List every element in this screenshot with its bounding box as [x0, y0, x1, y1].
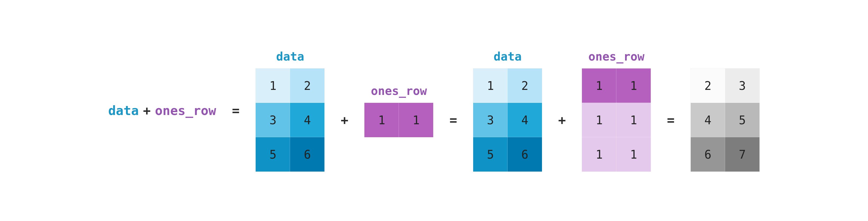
- matrix-cell: 2: [290, 69, 324, 103]
- data-matrix-block-1: data 123456: [255, 49, 325, 172]
- ones-broadcast-matrix: 111111: [582, 68, 651, 172]
- data-title-2: data: [494, 49, 522, 64]
- equals-3: =: [667, 113, 675, 127]
- ones-title-2: ones_row: [588, 49, 644, 64]
- matrix-cell: 6: [507, 137, 542, 172]
- matrix-cell: 4: [290, 103, 324, 137]
- expression-lhs: data + ones_row: [108, 103, 216, 118]
- matrix-cell: 6: [290, 137, 324, 172]
- matrix-cell: 1: [582, 103, 616, 137]
- matrix-cell: 1: [616, 69, 651, 103]
- matrix-cell: 1: [364, 103, 399, 137]
- ones-title-1: ones_row: [371, 83, 427, 98]
- ones-row-vector: 11: [364, 103, 433, 138]
- plus-1-wrap: +: [341, 94, 348, 127]
- data-matrix-block-2: data 123456: [473, 49, 542, 172]
- matrix-cell: 1: [616, 137, 651, 172]
- plus-2: +: [558, 113, 566, 127]
- matrix-cell: 2: [507, 69, 542, 103]
- matrix-cell: 5: [256, 137, 290, 172]
- matrix-cell: 3: [725, 69, 760, 103]
- matrix-cell: 2: [691, 69, 725, 103]
- matrix-cell: 7: [725, 137, 760, 172]
- matrix-cell: 4: [507, 103, 542, 137]
- equals-2: =: [450, 113, 457, 127]
- matrix-cell: 6: [691, 137, 725, 172]
- equals-3-wrap: =: [667, 94, 675, 127]
- result-block: 234567: [690, 49, 760, 172]
- result-matrix: 234567: [690, 68, 760, 172]
- plus-1: +: [341, 113, 348, 127]
- diagram-stage: data + ones_row = data 123456 + ones_row…: [0, 0, 868, 221]
- plus-2-wrap: +: [558, 94, 566, 127]
- matrix-cell: 5: [725, 103, 760, 137]
- matrix-cell: 5: [473, 137, 507, 172]
- matrix-cell: 1: [616, 103, 651, 137]
- expr-data-label: data: [108, 103, 139, 118]
- matrix-cell: 1: [256, 69, 290, 103]
- equals-2-wrap: =: [450, 94, 457, 127]
- matrix-cell: 1: [582, 69, 616, 103]
- data-matrix-1: 123456: [255, 68, 325, 172]
- data-title-1: data: [276, 49, 304, 64]
- matrix-cell: 1: [399, 103, 433, 137]
- expr-plus: +: [143, 103, 151, 118]
- data-matrix-2: 123456: [473, 68, 542, 172]
- equals-1: =: [232, 103, 240, 118]
- expr-ones-label: ones_row: [155, 103, 216, 118]
- matrix-cell: 4: [691, 103, 725, 137]
- ones-broadcast-block: ones_row 111111: [582, 49, 651, 172]
- matrix-cell: 3: [256, 103, 290, 137]
- matrix-cell: 1: [473, 69, 507, 103]
- matrix-cell: 3: [473, 103, 507, 137]
- ones-row-block: ones_row 11: [364, 83, 433, 138]
- matrix-cell: 1: [582, 137, 616, 172]
